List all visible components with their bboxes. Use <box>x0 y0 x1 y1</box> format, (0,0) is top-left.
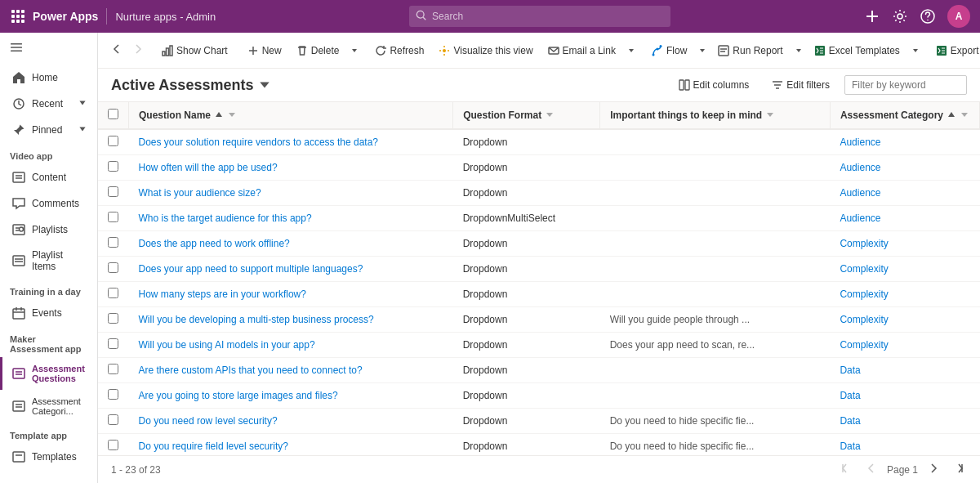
sidebar-item-assessment-questions[interactable]: Assessment Questions <box>0 357 97 390</box>
forward-button[interactable] <box>129 40 147 60</box>
run-report-dropdown[interactable] <box>791 42 806 60</box>
row-question-link-10[interactable]: Are you going to store large images and … <box>139 390 338 401</box>
row-category-link-9[interactable]: Data <box>840 364 860 376</box>
flow-button[interactable]: Flow <box>645 40 693 61</box>
row-category-link-11[interactable]: Data <box>840 415 860 427</box>
row-checkbox-cell[interactable] <box>98 383 129 409</box>
row-category-link-10[interactable]: Data <box>840 390 860 401</box>
row-question-link-8[interactable]: Will you be using AI models in your app? <box>139 339 315 351</box>
row-question-link-4[interactable]: Does the app need to work offline? <box>139 238 290 249</box>
sidebar-item-templates[interactable]: Templates <box>0 444 97 470</box>
row-question-link-12[interactable]: Do you require field level security? <box>139 441 288 452</box>
row-category-link-12[interactable]: Data <box>840 441 860 452</box>
sidebar-item-content[interactable]: Content <box>0 164 97 190</box>
row-checkbox-2[interactable] <box>108 186 118 197</box>
row-category-link-5[interactable]: Complexity <box>840 263 888 275</box>
select-all-checkbox[interactable] <box>108 109 118 119</box>
sidebar-item-home[interactable]: Home <box>0 65 97 91</box>
visualize-button[interactable]: Visualize this view <box>432 40 539 61</box>
excel-templates-button[interactable]: Excel Templates <box>808 40 906 61</box>
row-question-link-5[interactable]: Does your app need to support multiple l… <box>139 263 363 275</box>
checkbox-header[interactable] <box>98 102 129 129</box>
refresh-button[interactable]: Refresh <box>368 40 430 61</box>
first-page-button[interactable] <box>838 461 856 478</box>
col-question-format[interactable]: Question Format <box>453 102 600 129</box>
back-button[interactable] <box>108 40 126 60</box>
prev-page-button[interactable] <box>862 461 880 478</box>
row-checkbox-cell[interactable] <box>98 333 129 358</box>
edit-filters-button[interactable]: Edit filters <box>764 75 838 95</box>
row-checkbox-10[interactable] <box>108 389 118 400</box>
hamburger-button[interactable] <box>0 33 97 65</box>
row-category-link-7[interactable]: Complexity <box>840 314 888 325</box>
keyword-filter-input[interactable] <box>844 75 967 95</box>
email-dropdown[interactable] <box>624 42 639 60</box>
row-question-link-2[interactable]: What is your audience size? <box>139 187 261 199</box>
row-checkbox-11[interactable] <box>108 414 118 425</box>
row-category-link-1[interactable]: Audience <box>840 162 880 173</box>
row-checkbox-cell[interactable] <box>98 307 129 333</box>
waffle-icon[interactable] <box>10 8 26 25</box>
add-icon[interactable] <box>864 8 880 25</box>
new-button[interactable]: New <box>241 40 288 61</box>
delete-dropdown[interactable] <box>347 42 362 60</box>
row-checkbox-cell[interactable] <box>98 257 129 282</box>
edit-columns-button[interactable]: Edit columns <box>670 75 758 95</box>
row-category-link-0[interactable]: Audience <box>840 136 880 148</box>
avatar[interactable]: A <box>947 5 970 28</box>
row-checkbox-cell[interactable] <box>98 206 129 231</box>
row-question-link-7[interactable]: Will you be developing a multi-step busi… <box>139 314 374 325</box>
row-checkbox-6[interactable] <box>108 288 118 298</box>
sidebar-item-recent[interactable]: Recent <box>0 91 97 117</box>
show-chart-button[interactable]: Show Chart <box>155 40 234 61</box>
row-checkbox-7[interactable] <box>108 313 118 324</box>
row-checkbox-cell[interactable] <box>98 409 129 434</box>
row-checkbox-9[interactable] <box>108 364 118 374</box>
flow-dropdown[interactable] <box>695 42 710 60</box>
export-excel-button[interactable]: Export to Excel <box>929 40 980 61</box>
row-checkbox-cell[interactable] <box>98 358 129 383</box>
row-checkbox-5[interactable] <box>108 262 118 273</box>
sidebar-item-pinned[interactable]: Pinned <box>0 117 97 143</box>
row-checkbox-8[interactable] <box>108 338 118 349</box>
view-title-dropdown-icon[interactable] <box>258 78 271 92</box>
run-report-button[interactable]: Run Report <box>711 40 789 61</box>
col-assessment-category[interactable]: Assessment Category <box>830 102 979 129</box>
row-checkbox-cell[interactable] <box>98 282 129 307</box>
row-category-link-6[interactable]: Complexity <box>840 288 888 300</box>
excel-templates-dropdown[interactable] <box>908 42 923 60</box>
sidebar-item-playlist-items[interactable]: Playlist Items <box>0 243 97 279</box>
row-checkbox-cell[interactable] <box>98 231 129 257</box>
sidebar-item-assessment-categories[interactable]: Assessment Categori... <box>0 390 97 423</box>
row-category-link-3[interactable]: Audience <box>840 212 880 224</box>
row-question-link-3[interactable]: Who is the target audience for this app? <box>139 212 312 224</box>
row-category-link-2[interactable]: Audience <box>840 187 880 199</box>
sidebar-item-comments[interactable]: Comments <box>0 190 97 217</box>
row-checkbox-cell[interactable] <box>98 181 129 206</box>
row-question-link-11[interactable]: Do you need row level security? <box>139 415 278 427</box>
sidebar-item-playlists[interactable]: Playlists <box>0 217 97 243</box>
row-checkbox-4[interactable] <box>108 237 118 248</box>
row-question-link-6[interactable]: How many steps are in your workflow? <box>139 288 306 300</box>
search-input[interactable] <box>409 6 670 27</box>
row-category-link-4[interactable]: Complexity <box>840 238 888 249</box>
row-checkbox-12[interactable] <box>108 440 118 450</box>
row-checkbox-1[interactable] <box>108 161 118 172</box>
last-page-button[interactable] <box>949 461 967 478</box>
row-checkbox-cell[interactable] <box>98 434 129 456</box>
sidebar-item-events[interactable]: Events <box>0 300 97 326</box>
row-checkbox-cell[interactable] <box>98 129 129 155</box>
next-page-button[interactable] <box>924 461 942 478</box>
col-important-things[interactable]: Important things to keep in mind <box>600 102 831 129</box>
row-question-link-9[interactable]: Are there custom APIs that you need to c… <box>139 364 363 376</box>
row-question-link-1[interactable]: How often will the app be used? <box>139 162 278 173</box>
settings-icon[interactable] <box>892 8 908 25</box>
email-link-button[interactable]: Email a Link <box>541 40 622 61</box>
row-checkbox-3[interactable] <box>108 212 118 222</box>
delete-button[interactable]: Delete <box>290 40 346 61</box>
row-question-link-0[interactable]: Does your solution require vendors to ac… <box>139 136 379 148</box>
help-icon[interactable] <box>920 8 936 25</box>
row-checkbox-0[interactable] <box>108 136 118 146</box>
row-category-link-8[interactable]: Complexity <box>840 339 888 351</box>
col-question-name[interactable]: Question Name <box>129 102 453 129</box>
